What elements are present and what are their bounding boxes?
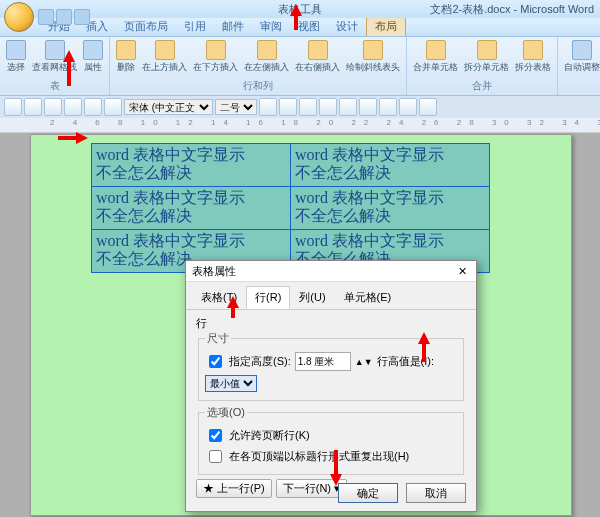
autofit-icon [572,40,592,60]
cancel-button[interactable]: 取消 [406,483,466,503]
input-row-height[interactable] [295,352,351,371]
annotation-arrow-icon [63,50,75,86]
office-button-area [4,2,90,32]
split-table-icon [523,40,543,60]
chk-repeat-header[interactable] [209,450,222,463]
table-row: word 表格中文字显示不全怎么解决word 表格中文字显示不全怎么解决 [92,187,490,230]
tb-icon[interactable] [44,98,62,116]
table-cell: word 表格中文字显示不全怎么解决 [291,144,490,187]
group-cell-size: 自动调整 高度:分布行 宽度:分布列 单元格大小 [558,37,600,95]
delete-icon [116,40,136,60]
btn-prev-row[interactable]: ★ 上一行(P) [196,479,272,498]
tb-icon[interactable] [104,98,122,116]
insert-left-icon [257,40,277,60]
lbl-specify-height: 指定高度(S): [229,354,291,369]
tab-references[interactable]: 引用 [176,17,214,36]
group-label-rowscols: 行和列 [114,79,402,93]
annotation-arrow-icon [227,296,239,318]
horizontal-ruler[interactable]: 2 4 6 8 10 12 14 16 18 20 22 24 26 28 30… [0,118,600,133]
split-cell-icon [477,40,497,60]
insert-below-icon [206,40,226,60]
tab-review[interactable]: 审阅 [252,17,290,36]
addin-toolbar: 宋体 (中文正文 二号 [0,96,600,119]
chk-specify-height[interactable] [209,355,222,368]
tb-icon[interactable] [319,98,337,116]
tb-icon[interactable] [64,98,82,116]
tb-icon[interactable] [379,98,397,116]
btn-insert-above[interactable]: 在上方插入 [140,39,189,75]
qat-save-icon[interactable] [38,9,54,25]
table-row: word 表格中文字显示不全怎么解决word 表格中文字显示不全怎么解决 [92,144,490,187]
btn-properties[interactable]: 属性 [81,39,105,75]
close-icon[interactable]: ✕ [454,263,470,279]
btn-merge[interactable]: 合并单元格 [411,39,460,75]
group-table: 选择 查看网格线 属性 表 [0,37,110,95]
tb-icon[interactable] [419,98,437,116]
lbl-allow-break: 允许跨页断行(K) [229,428,310,443]
tb-icon[interactable] [299,98,317,116]
btn-insert-below[interactable]: 在下方插入 [191,39,240,75]
tb-icon[interactable] [399,98,417,116]
qat-redo-icon[interactable] [74,9,90,25]
section-label-row: 行 [196,316,466,331]
window-title: 文档2-表格.docx - Microsoft Word [430,2,594,17]
annotation-arrow-icon [418,332,430,362]
tb-icon[interactable] [259,98,277,116]
properties-icon [83,40,103,60]
legend-options: 选项(O) [205,405,247,420]
select-rowheight-type[interactable]: 最小值 [205,375,257,392]
grid-icon [45,40,65,60]
dlg-tab-col[interactable]: 列(U) [290,286,334,309]
dialog-footer: 确定 取消 [338,483,466,503]
btn-split-cell[interactable]: 拆分单元格 [462,39,511,75]
insert-above-icon [155,40,175,60]
group-label-table: 表 [4,79,105,93]
qat-undo-icon[interactable] [56,9,72,25]
ribbon: 选择 查看网格线 属性 表 删除 在上方插入 在下方插入 在左侧插入 在右侧插入… [0,37,600,96]
diagonal-icon [363,40,383,60]
dialog-title: 表格属性 [192,264,236,279]
table-cell: word 表格中文字显示不全怎么解决 [291,187,490,230]
annotation-arrow-icon [58,132,88,144]
btn-delete[interactable]: 删除 [114,39,138,75]
group-label-merge: 合并 [411,79,553,93]
btn-insert-left[interactable]: 在左侧插入 [242,39,291,75]
btn-diagonal[interactable]: 绘制斜线表头 [344,39,402,75]
table-cell: word 表格中文字显示不全怎么解决 [92,187,291,230]
merge-icon [426,40,446,60]
tab-mailings[interactable]: 邮件 [214,17,252,36]
annotation-arrow-icon [330,450,342,486]
lbl-repeat-header: 在各页顶端以标题行形式重复出现(H) [229,449,409,464]
table-cell: word 表格中文字显示不全怎么解决 [92,144,291,187]
tb-icon[interactable] [339,98,357,116]
ok-button[interactable]: 确定 [338,483,398,503]
dlg-tab-row[interactable]: 行(R) [246,286,290,309]
dialog-titlebar: 表格属性 ✕ [186,261,476,282]
chk-allow-break[interactable] [209,429,222,442]
fontsize-select[interactable]: 二号 [215,99,257,115]
group-rows-cols: 删除 在上方插入 在下方插入 在左侧插入 在右侧插入 绘制斜线表头 行和列 [110,37,407,95]
tab-design[interactable]: 设计 [328,17,366,36]
group-merge: 合并单元格 拆分单元格 拆分表格 合并 [407,37,558,95]
btn-insert-right[interactable]: 在右侧插入 [293,39,342,75]
btn-autofit[interactable]: 自动调整 [562,39,600,75]
insert-right-icon [308,40,328,60]
cursor-icon [6,40,26,60]
tb-icon[interactable] [24,98,42,116]
btn-select[interactable]: 选择 [4,39,28,75]
tab-layout[interactable]: 布局 [366,16,406,36]
btn-split-table[interactable]: 拆分表格 [513,39,553,75]
tb-icon[interactable] [84,98,102,116]
annotation-arrow-icon [290,4,302,30]
office-orb[interactable] [4,2,34,32]
tb-icon[interactable] [359,98,377,116]
quick-access-toolbar [38,9,90,25]
tab-page-layout[interactable]: 页面布局 [116,17,176,36]
legend-size: 尺寸 [205,331,231,346]
tb-icon[interactable] [279,98,297,116]
font-select[interactable]: 宋体 (中文正文 [124,99,213,115]
word-table[interactable]: word 表格中文字显示不全怎么解决word 表格中文字显示不全怎么解决 wor… [91,143,490,273]
dlg-tab-cell[interactable]: 单元格(E) [335,286,401,309]
tb-icon[interactable] [4,98,22,116]
